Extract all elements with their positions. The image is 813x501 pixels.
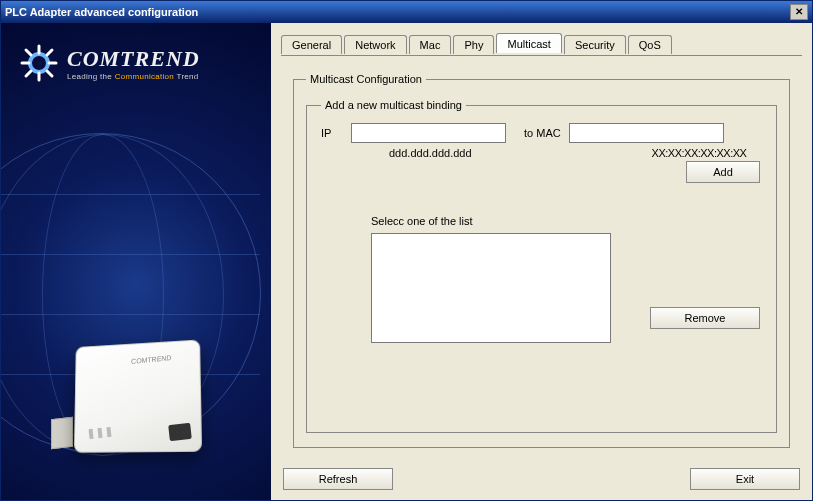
list-label: Selecc one of the list — [371, 215, 473, 227]
exit-button[interactable]: Exit — [690, 468, 800, 490]
tab-network[interactable]: Network — [344, 35, 406, 54]
ip-hint: ddd.ddd.ddd.ddd — [389, 147, 472, 159]
tab-qos[interactable]: QoS — [628, 35, 672, 54]
brand-name: COMTREND — [67, 46, 200, 72]
remove-button[interactable]: Remove — [650, 307, 760, 329]
tab-security[interactable]: Security — [564, 35, 626, 54]
add-binding-legend: Add a new multicast binding — [321, 99, 466, 111]
brand-logo: COMTREND Leading the Communication Trend — [19, 43, 200, 83]
multicast-config-group: Multicast Configuration Add a new multic… — [293, 73, 790, 448]
tab-multicast[interactable]: Multicast — [496, 33, 561, 53]
multicast-config-legend: Multicast Configuration — [306, 73, 426, 85]
brand-tagline: Leading the Communication Trend — [67, 72, 200, 81]
refresh-button[interactable]: Refresh — [283, 468, 393, 490]
window-close-button[interactable]: ✕ — [790, 4, 808, 20]
tab-phy[interactable]: Phy — [453, 35, 494, 54]
brand-mark-icon — [19, 43, 59, 83]
add-binding-group: Add a new multicast binding IP to MAC dd… — [306, 99, 777, 433]
window-title: PLC Adapter advanced configuration — [5, 6, 198, 18]
svg-line-5 — [26, 50, 31, 55]
app-window: PLC Adapter advanced configuration ✕ — [0, 0, 813, 501]
device-illustration: COMTREND — [51, 342, 221, 482]
ip-input[interactable] — [351, 123, 506, 143]
add-button[interactable]: Add — [686, 161, 760, 183]
main-panel: General Network Mac Phy Multicast Securi… — [271, 23, 812, 500]
tab-mac[interactable]: Mac — [409, 35, 452, 54]
ip-label: IP — [321, 127, 343, 139]
tab-general[interactable]: General — [281, 35, 342, 54]
titlebar: PLC Adapter advanced configuration ✕ — [1, 1, 812, 23]
svg-line-7 — [26, 71, 31, 76]
svg-line-6 — [47, 71, 52, 76]
svg-line-8 — [47, 50, 52, 55]
brand-sidebar: COMTREND Leading the Communication Trend… — [1, 23, 271, 500]
binding-listbox[interactable] — [371, 233, 611, 343]
mac-hint: XX:XX:XX:XX:XX:XX — [652, 147, 747, 159]
mac-input[interactable] — [569, 123, 724, 143]
tabstrip: General Network Mac Phy Multicast Securi… — [281, 33, 802, 55]
mac-label: to MAC — [524, 127, 561, 139]
svg-point-0 — [30, 54, 48, 72]
